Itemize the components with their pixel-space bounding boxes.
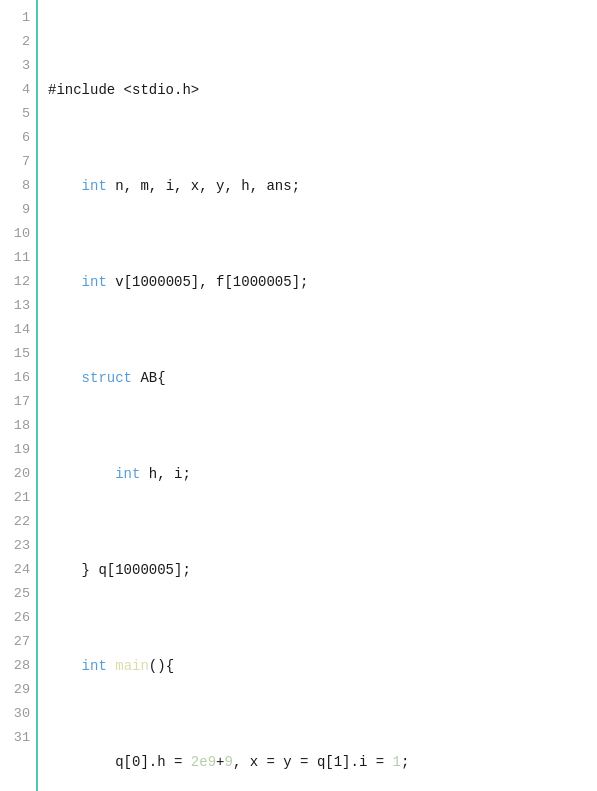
- line-num-31: 31: [0, 726, 36, 750]
- code-area: #include <stdio.h> int n, m, i, x, y, h,…: [38, 0, 597, 791]
- line-num-29: 29: [0, 678, 36, 702]
- code-line-7: int main(){: [48, 654, 597, 678]
- line-num-4: 4: [0, 78, 36, 102]
- line-num-5: 5: [0, 102, 36, 126]
- code-line-3: int v[1000005], f[1000005];: [48, 270, 597, 294]
- line-num-20: 20: [0, 462, 36, 486]
- line-num-9: 9: [0, 198, 36, 222]
- line-num-6: 6: [0, 126, 36, 150]
- line-numbers: 1 2 3 4 5 6 7 8 9 10 11 12 13 14 15 16 1…: [0, 0, 38, 791]
- line-num-26: 26: [0, 606, 36, 630]
- line-num-28: 28: [0, 654, 36, 678]
- line-num-2: 2: [0, 30, 36, 54]
- line-num-13: 13: [0, 294, 36, 318]
- line-num-3: 3: [0, 54, 36, 78]
- code-container: 1 2 3 4 5 6 7 8 9 10 11 12 13 14 15 16 1…: [0, 0, 597, 791]
- line-num-18: 18: [0, 414, 36, 438]
- code-line-2: int n, m, i, x, y, h, ans;: [48, 174, 597, 198]
- line-num-14: 14: [0, 318, 36, 342]
- line-num-27: 27: [0, 630, 36, 654]
- line-num-11: 11: [0, 246, 36, 270]
- line-num-21: 21: [0, 486, 36, 510]
- line-num-7: 7: [0, 150, 36, 174]
- line-num-23: 23: [0, 534, 36, 558]
- line-num-12: 12: [0, 270, 36, 294]
- line-num-19: 19: [0, 438, 36, 462]
- line-num-17: 17: [0, 390, 36, 414]
- line-num-8: 8: [0, 174, 36, 198]
- line-num-15: 15: [0, 342, 36, 366]
- line-num-24: 24: [0, 558, 36, 582]
- code-line-5: int h, i;: [48, 462, 597, 486]
- line-num-30: 30: [0, 702, 36, 726]
- line-num-10: 10: [0, 222, 36, 246]
- code-line-8: q[0].h = 2e9+9, x = y = q[1].i = 1;: [48, 750, 597, 774]
- line-num-25: 25: [0, 582, 36, 606]
- code-line-6: } q[1000005];: [48, 558, 597, 582]
- line-num-16: 16: [0, 366, 36, 390]
- line-num-22: 22: [0, 510, 36, 534]
- code-line-1: #include <stdio.h>: [48, 78, 597, 102]
- code-line-4: struct AB{: [48, 366, 597, 390]
- line-num-1: 1: [0, 6, 36, 30]
